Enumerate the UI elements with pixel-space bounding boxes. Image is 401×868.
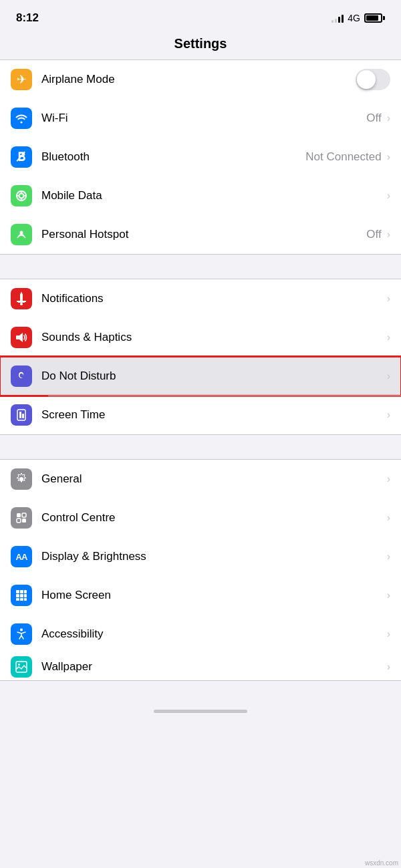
- wifi-icon: [11, 108, 32, 129]
- status-icons: 4G: [331, 13, 385, 23]
- do-not-disturb-chevron: ›: [387, 370, 390, 382]
- control-centre-icon: [11, 507, 32, 529]
- signal-bars-icon: [331, 13, 344, 23]
- mobile-data-row[interactable]: Mobile Data ›: [0, 176, 401, 215]
- control-centre-chevron: ›: [387, 512, 390, 524]
- display-brightness-icon: AA: [11, 546, 32, 567]
- notifications-chevron: ›: [387, 293, 390, 305]
- svg-rect-13: [17, 519, 21, 523]
- display-brightness-row[interactable]: AA Display & Brightness ›: [0, 537, 401, 576]
- mobile-data-chevron: ›: [387, 190, 390, 202]
- general-chevron: ›: [387, 473, 390, 485]
- svg-rect-3: [18, 301, 25, 303]
- airplane-mode-row[interactable]: ✈ Airplane Mode: [0, 60, 401, 99]
- svg-rect-9: [22, 414, 24, 418]
- personal-hotspot-value: Off: [366, 228, 381, 241]
- mobile-data-icon: [11, 185, 32, 206]
- bluetooth-value: Not Connected: [305, 150, 381, 164]
- do-not-disturb-label: Do Not Disturb: [41, 370, 386, 383]
- bluetooth-row[interactable]: B̸ Bluetooth Not Connected ›: [0, 138, 401, 176]
- home-screen-label: Home Screen: [41, 589, 386, 602]
- accessibility-chevron: ›: [387, 628, 390, 640]
- svg-point-24: [20, 629, 23, 631]
- display-section: General › Control Centre › AA Display & …: [0, 459, 401, 681]
- sounds-haptics-row[interactable]: Sounds & Haptics ›: [0, 318, 401, 357]
- accessibility-row[interactable]: Accessibility ›: [0, 615, 401, 654]
- airplane-mode-icon: ✈: [11, 69, 32, 90]
- display-brightness-chevron: ›: [387, 551, 390, 563]
- sounds-haptics-chevron: ›: [387, 331, 390, 343]
- wallpaper-row[interactable]: Wallpaper ›: [0, 654, 401, 680]
- section-gap-1: [0, 255, 401, 279]
- do-not-disturb-icon: [11, 366, 32, 387]
- notifications-label: Notifications: [41, 292, 386, 305]
- svg-rect-18: [16, 594, 19, 597]
- svg-rect-20: [24, 594, 27, 597]
- home-screen-row[interactable]: Home Screen ›: [0, 576, 401, 615]
- mobile-data-label: Mobile Data: [41, 189, 386, 202]
- personal-hotspot-row[interactable]: Personal Hotspot Off ›: [0, 215, 401, 254]
- screen-time-icon: [11, 404, 32, 426]
- accessibility-icon: [11, 623, 32, 645]
- bluetooth-icon: B̸: [11, 146, 32, 168]
- svg-rect-15: [16, 590, 19, 593]
- wallpaper-label: Wallpaper: [41, 660, 386, 674]
- svg-point-26: [18, 664, 20, 666]
- svg-rect-21: [16, 598, 19, 601]
- wifi-row[interactable]: Wi-Fi Off ›: [0, 99, 401, 138]
- general-row[interactable]: General ›: [0, 460, 401, 498]
- status-time: 8:12: [16, 11, 39, 25]
- home-screen-chevron: ›: [387, 589, 390, 601]
- svg-rect-17: [24, 590, 27, 593]
- home-indicator: [154, 710, 247, 713]
- connectivity-section: ✈ Airplane Mode Wi-Fi Off › B̸ Bluetooth…: [0, 59, 401, 255]
- wifi-value: Off: [366, 112, 381, 125]
- bluetooth-chevron: ›: [387, 151, 390, 163]
- sounds-haptics-icon: [11, 327, 32, 348]
- general-icon: [11, 468, 32, 490]
- svg-point-1: [19, 194, 24, 198]
- do-not-disturb-row[interactable]: Do Not Disturb ›: [0, 357, 401, 396]
- wallpaper-chevron: ›: [387, 661, 390, 673]
- svg-point-4: [20, 303, 23, 305]
- svg-marker-6: [19, 333, 23, 342]
- svg-rect-12: [22, 513, 26, 517]
- svg-rect-23: [24, 598, 27, 601]
- page-title-text: Settings: [174, 36, 227, 51]
- accessibility-label: Accessibility: [41, 627, 386, 641]
- personal-hotspot-label: Personal Hotspot: [41, 228, 366, 241]
- svg-rect-14: [22, 519, 26, 523]
- wallpaper-icon: [11, 656, 32, 678]
- screen-time-chevron: ›: [387, 409, 390, 421]
- sounds-haptics-label: Sounds & Haptics: [41, 331, 386, 344]
- general-label: General: [41, 472, 386, 486]
- home-screen-icon: [11, 585, 32, 606]
- airplane-mode-toggle[interactable]: [356, 69, 390, 90]
- control-centre-row[interactable]: Control Centre ›: [0, 498, 401, 537]
- status-bar: 8:12 4G: [0, 0, 401, 33]
- wifi-chevron: ›: [387, 112, 390, 124]
- network-label: 4G: [348, 13, 360, 23]
- svg-rect-8: [19, 412, 21, 418]
- screen-time-label: Screen Time: [41, 408, 386, 422]
- airplane-mode-label: Airplane Mode: [41, 73, 350, 86]
- svg-rect-16: [20, 590, 23, 593]
- svg-rect-11: [17, 513, 21, 517]
- svg-rect-19: [20, 594, 23, 597]
- section-gap-2: [0, 435, 401, 459]
- personal-hotspot-chevron: ›: [387, 229, 390, 241]
- page-title: Settings: [0, 33, 401, 59]
- svg-rect-22: [20, 598, 23, 601]
- bluetooth-label: Bluetooth: [41, 150, 305, 164]
- notifications-icon: [11, 288, 32, 309]
- system-section: Notifications › Sounds & Haptics › Do No…: [0, 279, 401, 435]
- control-centre-label: Control Centre: [41, 511, 386, 525]
- display-brightness-label: Display & Brightness: [41, 550, 386, 563]
- battery-icon: [364, 13, 385, 23]
- svg-rect-5: [16, 335, 19, 339]
- watermark: wsxdn.com: [365, 859, 398, 867]
- wifi-label: Wi-Fi: [41, 112, 366, 125]
- notifications-row[interactable]: Notifications ›: [0, 279, 401, 318]
- personal-hotspot-icon: [11, 224, 32, 245]
- screen-time-row[interactable]: Screen Time ›: [0, 396, 401, 434]
